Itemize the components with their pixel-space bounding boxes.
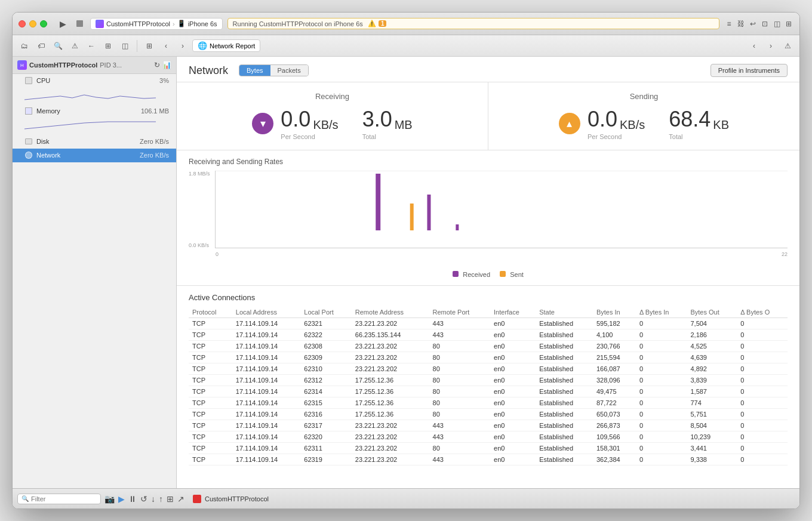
sidebar-item-network-value: Zero KB/s [140,152,169,159]
sending-ps-pair: 0.0 KB/s [588,107,645,132]
cursor-icon[interactable]: ↗ [177,494,184,504]
table-cell: 0 [737,375,788,386]
table-cell: 17.255.12.36 [352,386,429,397]
play-button[interactable]: ▶ [57,18,69,30]
filter-input[interactable] [31,495,91,502]
sidebar-item-disk[interactable]: Disk Zero KB/s [13,135,176,149]
cpu-icon [24,76,33,85]
table-cell: 443 [429,329,491,341]
back-nav-icon[interactable]: ← [84,39,99,53]
sidebar-icon[interactable]: ◫ [772,19,782,29]
screenshot-icon[interactable]: 📷 [104,494,115,504]
warning-nav-icon[interactable]: ⚠ [780,39,795,53]
table-cell: 774 [687,397,737,409]
prev-nav-icon[interactable]: ‹ [747,39,761,53]
table-cell: Established [536,341,593,352]
tag-icon[interactable]: 🏷 [34,39,48,53]
table-cell: 62312 [300,375,352,386]
table-row[interactable]: TCP17.114.109.146231617.255.12.3680en0Es… [189,409,788,420]
breadcrumb: CustomHTTPProtocol › 📱 iPhone 6s [90,18,223,30]
packets-toggle[interactable]: Packets [270,65,308,76]
table-cell: 17.114.109.14 [232,397,300,409]
next-icon[interactable]: › [176,39,190,53]
receiving-per-second: ▾ 0.0 KB/s Per Second [252,107,338,140]
table-row[interactable]: TCP17.114.109.146231723.221.23.202443en0… [189,420,788,431]
table-cell: 80 [429,386,491,397]
table-cell: 0 [636,363,687,375]
network-title: Network [189,64,228,77]
prev-icon[interactable]: ‹ [159,39,173,53]
upload-icon[interactable]: ↑ [159,494,163,504]
chart-y-top: 1.8 MB/s [189,171,210,177]
app-icon: H [17,60,27,70]
table-cell: 80 [429,443,491,454]
chart-x-left: 0 [216,251,219,257]
sidebar-item-memory-value: 106.1 MB [141,107,169,115]
col-delta-bytes-in: Δ Bytes In [636,307,687,318]
chart-legend: Received Sent [189,271,788,278]
duplicate-icon[interactable]: ⊞ [167,494,174,504]
folder-icon[interactable]: 🗂 [17,39,32,53]
table-row[interactable]: TCP17.114.109.146230823.221.23.20280en0E… [189,341,788,352]
table-row[interactable]: TCP17.114.109.146232266.235.135.144443en… [189,329,788,341]
table-row[interactable]: TCP17.114.109.146231923.221.23.202443en0… [189,454,788,465]
table-cell: 62308 [300,341,352,352]
expand-icon[interactable]: ⊞ [784,19,793,29]
pause-icon[interactable]: ⏸ [128,494,137,504]
table-row[interactable]: TCP17.114.109.146231123.221.23.20280en0E… [189,443,788,454]
table-cell: Established [536,352,593,363]
grid-icon[interactable]: ⊞ [142,39,156,53]
table-cell: 0 [737,352,788,363]
receiving-total-unit: MB [395,118,413,132]
split-pane-icon[interactable]: ◫ [118,39,132,53]
sidebar-item-network[interactable]: Network Zero KB/s [13,149,176,162]
profile-instruments-button[interactable]: Profile in Instruments [710,64,788,77]
breadcrumb-app: CustomHTTPProtocol [106,20,170,27]
receiving-ps-number: 0.0 [281,107,310,132]
table-row[interactable]: TCP17.114.109.146231023.221.23.20280en0E… [189,363,788,375]
table-cell: Established [536,431,593,443]
filter-input-container[interactable]: 🔍 [17,494,101,504]
warning-icon[interactable]: ⚠ [67,39,82,53]
stop-button[interactable] [73,18,85,30]
download-icon[interactable]: ↓ [151,494,155,504]
table-cell: Established [536,443,593,454]
receiving-icon: ▾ [252,113,273,134]
sidebar-refresh-icon[interactable]: ↻ [154,61,160,69]
table-cell: 0 [737,431,788,443]
table-row[interactable]: TCP17.114.109.146231417.255.12.3680en0Es… [189,386,788,397]
chart-title: Receiving and Sending Rates [189,158,788,166]
sending-total-unit: KB [713,118,729,132]
table-row[interactable]: TCP17.114.109.146232123.221.23.202443en0… [189,318,788,329]
sidebar-item-cpu[interactable]: CPU 3% [13,74,176,88]
table-cell: 17.114.109.14 [232,329,300,341]
bytes-toggle[interactable]: Bytes [239,65,270,76]
legend-received: Received [453,271,490,278]
table-cell: 17.255.12.36 [352,375,429,386]
split-icon[interactable]: ⊡ [760,19,770,29]
sidebar-graph-icon[interactable]: 📊 [162,61,171,69]
table-cell: 4,639 [687,352,737,363]
play-bottom-icon[interactable]: ▶ [118,494,125,504]
table-row[interactable]: TCP17.114.109.146232023.221.23.202443en0… [189,431,788,443]
minimize-button[interactable] [29,20,36,27]
col-remote-addr: Remote Address [352,307,429,318]
close-button[interactable] [19,20,26,27]
next-nav-icon[interactable]: › [764,39,778,53]
list-icon[interactable]: ≡ [724,19,734,29]
back-icon[interactable]: ↩ [748,19,758,29]
sidebar-item-disk-value: Zero KB/s [140,138,169,145]
table-row[interactable]: TCP17.114.109.146231517.255.12.3680en0Es… [189,397,788,409]
sidebar-pid: PID 3... [100,61,122,69]
sidebar-item-memory[interactable]: Memory 106.1 MB [13,104,176,118]
table-cell: 158,301 [593,443,636,454]
table-row[interactable]: TCP17.114.109.146231217.255.12.3680en0Es… [189,375,788,386]
layout-icon[interactable]: ⊞ [101,39,115,53]
maximize-button[interactable] [40,20,47,27]
search-icon[interactable]: 🔍 [51,39,65,53]
content-panel: Network Bytes Packets Profile in Instrum… [177,57,799,488]
table-cell: en0 [490,375,536,386]
table-row[interactable]: TCP17.114.109.146230923.221.23.20280en0E… [189,352,788,363]
refresh-bottom-icon[interactable]: ↺ [140,494,147,504]
link-icon[interactable]: ⛓ [736,19,746,29]
